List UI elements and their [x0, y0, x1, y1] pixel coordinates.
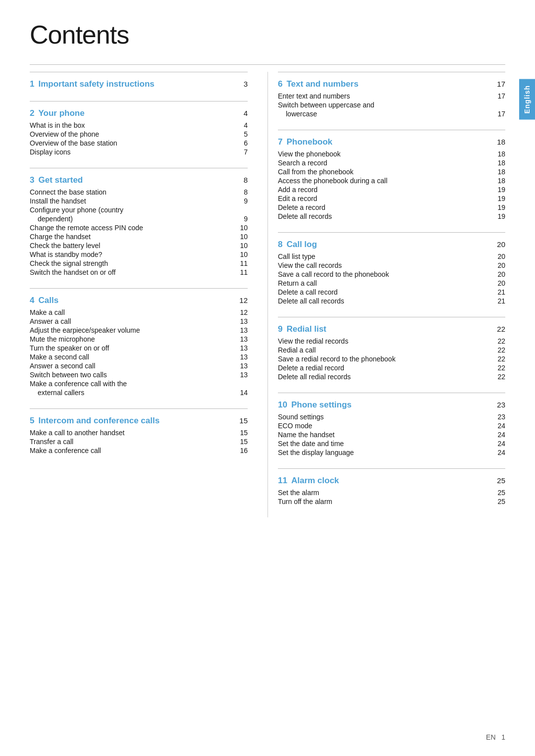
section-header: 3Get started8 — [30, 175, 248, 185]
toc-item: Check the battery level10 — [30, 242, 248, 250]
toc-item: lowercase17 — [278, 110, 505, 118]
section-6: 6Text and numbers17Enter text and number… — [278, 72, 505, 118]
section-header: 10Phone settings23 — [278, 400, 505, 410]
divider — [278, 232, 505, 233]
footer: EN 1 — [486, 733, 505, 741]
toc-item-page: 5 — [233, 130, 248, 138]
section-header: 1Important safety instructions3 — [30, 79, 248, 89]
toc-item-page: 21 — [490, 288, 505, 296]
toc-item-page: 15 — [233, 438, 248, 446]
toc-item: View the redial records22 — [278, 337, 505, 345]
section-title: Phone settings — [291, 400, 352, 410]
toc-item-text: Return a call — [278, 279, 490, 287]
section-11: 11Alarm clock25Set the alarm25Turn off t… — [278, 468, 505, 505]
toc-item-page: 25 — [490, 489, 505, 497]
toc-item: Configure your phone (country — [30, 206, 248, 214]
toc-item-page: 22 — [490, 364, 505, 372]
toc-item-text: Delete a record — [278, 203, 490, 211]
toc-item: What is standby mode?10 — [30, 251, 248, 258]
toc-item: Make a call to another handset15 — [30, 429, 248, 437]
section-number: 6 — [278, 79, 282, 89]
toc-item-text: Switch between two calls — [30, 371, 233, 379]
toc-item-text: Name the handset — [278, 431, 490, 439]
toc-item-page: 22 — [490, 355, 505, 363]
section-4: 4Calls12Make a call12Answer a call13Adju… — [30, 288, 248, 397]
toc-item-text: Set the alarm — [278, 489, 490, 497]
toc-item-page: 17 — [490, 110, 505, 118]
toc-item: Transfer a call15 — [30, 438, 248, 446]
section-number: 1 — [30, 79, 34, 89]
toc-item: What is in the box4 — [30, 121, 248, 129]
toc-item-text: Check the signal strength — [30, 259, 233, 267]
content-area: 1Important safety instructions32Your pho… — [30, 72, 505, 517]
toc-item: Delete all call records21 — [278, 297, 505, 305]
toc-item-page: 22 — [490, 346, 505, 354]
divider — [278, 468, 505, 469]
section-title: Text and numbers — [286, 79, 358, 89]
toc-item-text: Turn the speaker on or off — [30, 344, 233, 352]
toc-item: Search a record18 — [278, 159, 505, 167]
section-number: 5 — [30, 416, 34, 426]
toc-item-text: Set the date and time — [278, 440, 490, 448]
section-number: 8 — [278, 240, 282, 250]
toc-item-page: 13 — [233, 353, 248, 361]
section-header: 5Intercom and conference calls15 — [30, 416, 248, 426]
toc-item-text: dependent) — [38, 215, 233, 223]
toc-item-text: ECO mode — [278, 422, 490, 430]
section-header: 2Your phone4 — [30, 108, 248, 118]
section-header: 6Text and numbers17 — [278, 79, 505, 89]
section-7: 7Phonebook18View the phonebook18Search a… — [278, 130, 505, 220]
section-title: Important safety instructions — [38, 79, 154, 89]
toc-item: Switch between two calls13 — [30, 371, 248, 379]
toc-item-text: external callers — [38, 389, 233, 397]
toc-item-page: 18 — [490, 159, 505, 167]
toc-item-text: Search a record — [278, 159, 490, 167]
toc-item: Overview of the phone5 — [30, 130, 248, 138]
toc-item-page: 11 — [233, 259, 248, 267]
toc-item-page: 10 — [233, 224, 248, 232]
toc-item-page: 20 — [490, 279, 505, 287]
section-number: 7 — [278, 137, 282, 147]
toc-item-text: Switch between uppercase and — [278, 101, 490, 109]
toc-item: Delete a redial record22 — [278, 364, 505, 372]
toc-item-page: 14 — [233, 389, 248, 397]
toc-item-page: 20 — [490, 261, 505, 269]
section-page: 8 — [244, 176, 248, 184]
toc-item-text: Answer a second call — [30, 362, 233, 370]
toc-item-page: 10 — [233, 233, 248, 241]
toc-item-page: 22 — [490, 337, 505, 345]
section-10: 10Phone settings23Sound settings23ECO mo… — [278, 393, 505, 456]
toc-item-text: Charge the handset — [30, 233, 233, 241]
toc-item-text: Edit a record — [278, 195, 490, 202]
toc-item: Delete all redial records22 — [278, 373, 505, 381]
toc-item: Redial a call22 — [278, 346, 505, 354]
divider — [30, 101, 248, 101]
section-header: 7Phonebook18 — [278, 137, 505, 147]
toc-item-page: 20 — [490, 252, 505, 260]
toc-item-text: Check the battery level — [30, 242, 233, 250]
toc-item-text: Enter text and numbers — [278, 92, 490, 100]
toc-item-text: View the redial records — [278, 337, 490, 345]
toc-item-text: Adjust the earpiece/speaker volume — [30, 326, 233, 334]
toc-item-page: 23 — [490, 413, 505, 421]
section-page: 23 — [497, 401, 505, 409]
toc-item-page: 13 — [233, 326, 248, 334]
toc-item: Enter text and numbers17 — [278, 92, 505, 100]
divider — [278, 130, 505, 130]
section-9: 9Redial list22View the redial records22R… — [278, 317, 505, 381]
toc-item-text: Overview of the base station — [30, 139, 233, 147]
toc-item-page: 22 — [490, 373, 505, 381]
toc-item-page: 20 — [490, 270, 505, 278]
toc-item-page: 18 — [490, 168, 505, 176]
toc-item-page: 10 — [233, 251, 248, 258]
toc-item: Save a redial record to the phonebook22 — [278, 355, 505, 363]
toc-item: Change the remote access PIN code10 — [30, 224, 248, 232]
section-page: 17 — [497, 80, 505, 88]
toc-item-text: Overview of the phone — [30, 130, 233, 138]
toc-item-page: 19 — [490, 186, 505, 194]
toc-item: Return a call20 — [278, 279, 505, 287]
toc-item: external callers14 — [30, 389, 248, 397]
toc-item-page: 21 — [490, 297, 505, 305]
toc-item-text: Call from the phonebook — [278, 168, 490, 176]
toc-item-text: Make a call to another handset — [30, 429, 233, 437]
